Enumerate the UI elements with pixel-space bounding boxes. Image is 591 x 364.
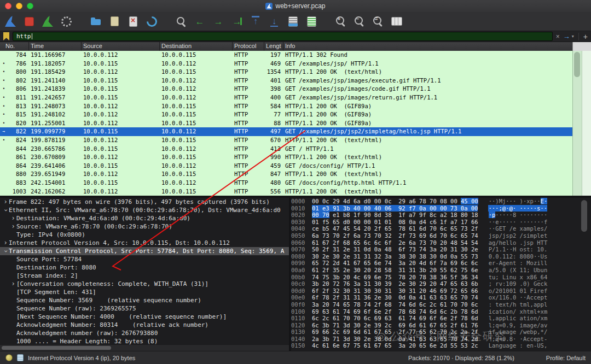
autoscroll-icon[interactable] (286, 14, 300, 28)
capture-stop-icon[interactable] (22, 14, 36, 28)
find-packet-icon[interactable] (174, 14, 188, 28)
expander-icon[interactable]: › (10, 280, 16, 288)
packet-row[interactable]: 844230.66578610.0.0.11510.0.0.112HTTP413… (0, 145, 572, 154)
status-profile[interactable]: Profile: Default (546, 355, 586, 361)
reload-icon[interactable] (144, 14, 159, 28)
hex-line[interactable]: 0080 30 2e 30 2e 31 31 32 3a 38 30 38 30… (291, 253, 572, 260)
expander-icon[interactable]: › (2, 248, 10, 255)
hex-line[interactable]: 0100 69 63 61 74 69 6f 6e 2f 78 68 74 6d… (291, 308, 572, 315)
filter-add-button[interactable]: + (578, 33, 588, 40)
hex-line[interactable]: 00a0 61 2f 35 2e 30 20 28 58 31 31 3b 20… (291, 267, 572, 274)
colorize-icon[interactable] (304, 14, 318, 28)
hex-line[interactable]: 0060 61 67 2f 68 65 6c 6c 6f 2e 6a 73 70… (291, 239, 572, 246)
packet-list-scrollbar[interactable] (572, 51, 582, 196)
packet-row[interactable]: •802191.24114010.0.0.11510.0.0.112HTTP40… (0, 77, 572, 85)
packet-row[interactable]: •824199.87811910.0.0.11210.0.0.115HTTP67… (0, 136, 572, 145)
packet-list-minimap[interactable] (582, 51, 591, 196)
detail-line[interactable]: Type: IPv4 (0x0800) (0, 231, 289, 239)
hex-line[interactable]: 0110 6c 2c 61 70 70 6c 69 63 61 74 69 6f… (291, 315, 572, 322)
expert-info-icon[interactable] (5, 354, 13, 361)
hex-line[interactable]: 00c0 3b 20 72 76 3a 31 30 39 2e 30 29 20… (291, 280, 572, 287)
last-packet-icon[interactable]: ↓ (267, 14, 281, 28)
detail-line[interactable]: Destination Port: 8080 (0, 263, 289, 272)
hex-line[interactable]: 0030 01 f5 65 d0 00 00 01 01 08 0a d4 c6… (291, 219, 572, 226)
hex-line[interactable]: 0050 6a 73 70 2f 6a 73 70 32 2f 73 69 6d… (291, 232, 572, 239)
detail-line[interactable]: 1000 .... = Header Length: 32 bytes (8) (0, 337, 289, 344)
hex-line[interactable]: 0120 6c 3b 71 3d 30 2e 39 2c 69 6d 61 67… (291, 322, 572, 329)
expander-icon[interactable]: › (10, 214, 16, 222)
column-divider[interactable] (28, 42, 29, 51)
hex-line[interactable]: 0040 ce b5 47 45 54 20 2f 65 78 61 6d 70… (291, 225, 572, 232)
zoom-in-icon[interactable]: + (334, 14, 348, 28)
column-header-length[interactable]: Lengt (266, 43, 281, 49)
column-divider[interactable] (81, 42, 82, 51)
detail-line[interactable]: ›Transmission Control Protocol, Src Port… (0, 247, 289, 255)
packet-row[interactable]: 883242.15400110.0.0.11510.0.0.112HTTP480… (0, 179, 572, 187)
hex-line[interactable]: 00e0 6f 78 2f 31 31 36 2e 30 0d 0a 41 63… (291, 294, 572, 301)
close-file-icon[interactable] (126, 14, 140, 28)
filter-dropdown-icon[interactable]: ▾ (572, 34, 574, 39)
filter-clear-icon[interactable]: × (556, 33, 560, 40)
detail-line[interactable]: ›Internet Protocol Version 4, Src: 10.0.… (0, 239, 289, 247)
capture-start-icon[interactable] (3, 14, 18, 28)
capture-comment-icon[interactable] (17, 354, 24, 361)
detail-line[interactable]: ›Ethernet II, Src: VMware_a6:78:70 (00:0… (0, 206, 289, 214)
packet-row[interactable]: 784191.16696710.0.0.11210.0.0.115HTTP197… (0, 51, 572, 60)
goto-packet-icon[interactable]: → (230, 14, 244, 28)
filter-bookmark-icon[interactable] (3, 32, 9, 40)
hex-line[interactable]: 0020 00 70 e1 b8 1f 90 8d 38 1f a7 9f 8c… (291, 212, 572, 219)
filter-apply-icon[interactable]: → (563, 33, 570, 40)
column-header-no[interactable]: No. (5, 43, 15, 49)
expander-icon[interactable]: › (10, 222, 16, 231)
zoom-out-icon[interactable]: − (352, 14, 367, 28)
column-divider[interactable] (264, 42, 264, 51)
hex-line[interactable]: 0010 01 e3 91 3b 40 00 40 06 92 f7 0a 00… (291, 205, 572, 212)
packet-row[interactable]: •811191.24265710.0.0.11510.0.0.112HTTP40… (0, 93, 572, 102)
column-header-time[interactable]: Time (31, 43, 44, 49)
save-file-icon[interactable] (107, 14, 121, 28)
detail-line[interactable]: Acknowledgment Number: 80314 (relative a… (0, 321, 289, 329)
hex-line[interactable]: 0000 00 0c 29 4d 6a d0 00 0c 29 a6 78 70… (291, 198, 572, 205)
detail-line[interactable]: ›Frame 822: 497 bytes on wire (3976 bits… (0, 198, 289, 206)
scrollbar-thumb[interactable] (2, 346, 111, 350)
packet-row[interactable]: →822199.09977910.0.0.11510.0.0.112HTTP49… (0, 127, 572, 136)
packet-row[interactable]: •800191.18542910.0.0.11210.0.0.115HTTP13… (0, 68, 572, 77)
column-header-info[interactable]: Info (285, 43, 295, 49)
packet-row[interactable]: •820191.25500110.0.0.11210.0.0.115HTTP88… (0, 119, 572, 128)
column-divider[interactable] (159, 42, 160, 51)
scrollbar-thumb[interactable] (574, 52, 580, 77)
detail-line[interactable]: [TCP Segment Len: 431] (0, 288, 289, 296)
hex-line[interactable]: 0150 4c 61 6e 67 75 61 67 65 3a 20 65 6e… (291, 342, 572, 349)
detail-line[interactable]: ›Source: VMware_a6:78:70 (00:0c:29:a6:78… (0, 222, 289, 231)
previous-packet-icon[interactable]: ← (193, 14, 207, 28)
scrollbar-thumb[interactable] (581, 200, 587, 232)
expander-icon[interactable]: › (2, 207, 10, 214)
detail-line[interactable]: [Next Sequence Number: 4000 (relative se… (0, 313, 289, 321)
packet-row[interactable]: •813191.24807310.0.0.11210.0.0.115HTTP58… (0, 102, 572, 111)
packet-row[interactable]: •806191.24183910.0.0.11510.0.0.112HTTP39… (0, 85, 572, 93)
column-divider[interactable] (232, 42, 233, 51)
detail-line[interactable]: ›[Conversation completeness: Complete, W… (0, 280, 289, 288)
detail-line[interactable]: Acknowledgment number (raw): 2676793880 (0, 329, 289, 337)
detail-line[interactable]: Sequence Number: 3569 (relative sequence… (0, 296, 289, 304)
details-hscrollbar[interactable] (0, 344, 289, 351)
display-filter-input[interactable]: http (13, 32, 553, 41)
next-packet-icon[interactable]: → (211, 14, 225, 28)
open-file-icon[interactable] (89, 14, 103, 28)
packet-row[interactable]: •786191.18205710.0.0.11510.0.0.112HTTP46… (0, 60, 572, 68)
packet-row[interactable]: •815191.24810210.0.0.11210.0.0.115HTTP77… (0, 110, 572, 119)
column-header-source[interactable]: Source (83, 43, 102, 49)
column-header-destination[interactable]: Destination (161, 43, 192, 49)
packet-row[interactable]: 1003242.16206210.0.0.11210.0.0.115HTTP55… (0, 187, 572, 196)
hex-line[interactable]: 00b0 74 75 3b 20 4c 69 6e 75 78 20 78 38… (291, 274, 572, 281)
packet-row[interactable]: 880239.65194910.0.0.11210.0.0.115HTTP847… (0, 170, 572, 179)
hex-line[interactable]: 0140 2a 3b 71 3d 30 2e 38 0d 0a 41 63 63… (291, 336, 572, 343)
detail-line[interactable]: Source Port: 57784 (0, 255, 289, 263)
hex-line[interactable]: 00d0 6f 2f 32 30 31 30 30 31 30 31 20 46… (291, 287, 572, 295)
detail-line[interactable]: ›Destination: VMware_4d:6a:d0 (00:0c:29:… (0, 214, 289, 222)
detail-line[interactable]: Sequence Number (raw): 2369265575 (0, 304, 289, 313)
hex-line[interactable]: 0130 69 66 2c 69 6d 61 67 65 2f 77 65 62… (291, 328, 572, 336)
hex-scrollbar[interactable] (572, 198, 591, 351)
capture-restart-icon[interactable] (40, 14, 55, 28)
hex-line[interactable]: 0070 50 2f 31 2e 31 0d 0a 48 6f 73 74 3a… (291, 246, 572, 253)
